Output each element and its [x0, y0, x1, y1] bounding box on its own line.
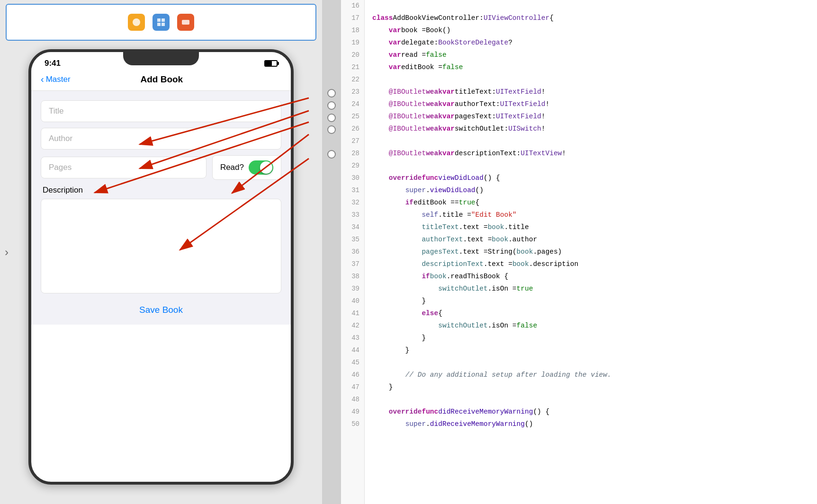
line-num-18: 18 — [341, 25, 364, 37]
connection-circle-description — [327, 150, 336, 159]
code-line-38: if book.readThisBook { — [372, 271, 809, 283]
connection-circle-switch — [327, 125, 336, 134]
back-button[interactable]: ‹ Master — [41, 74, 71, 85]
connection-circle-author — [327, 101, 336, 110]
line-num-36: 36 — [341, 246, 364, 258]
connection-circle-title — [327, 89, 336, 97]
code-line-45 — [372, 357, 809, 369]
svg-rect-3 — [157, 23, 161, 26]
code-line-22 — [372, 74, 809, 86]
nav-bar: ‹ Master Add Book — [31, 70, 291, 91]
description-label: Description — [41, 186, 281, 195]
line-num-28: 28 — [341, 148, 364, 160]
code-line-29 — [372, 160, 809, 172]
line-num-20: 20 — [341, 49, 364, 62]
code-line-35: authorText.text = book.author — [372, 234, 809, 246]
line-numbers: 16 17 18 19 20 21 22 23 24 25 26 27 28 2… — [341, 0, 365, 504]
back-label: Master — [46, 75, 71, 84]
code-line-26: @IBOutlet weak var switchOutlet: UISwitc… — [372, 123, 809, 135]
line-num-44: 44 — [341, 345, 364, 357]
save-button[interactable]: Save Book — [41, 305, 281, 315]
code-line-34: titleText.text = book.title — [372, 221, 809, 234]
code-line-28: @IBOutlet weak var descriptionText: UITe… — [372, 148, 809, 160]
code-line-17: class AddBookViewController: UIViewContr… — [372, 12, 809, 25]
code-line-43: } — [372, 332, 809, 345]
line-num-42: 42 — [341, 320, 364, 332]
code-line-41: else { — [372, 308, 809, 320]
code-line-36: pagesText.text = String(book.pages) — [372, 246, 809, 258]
code-line-33: self.title = "Edit Book" — [372, 209, 809, 221]
title-field[interactable]: Title — [41, 100, 281, 122]
line-num-43: 43 — [341, 332, 364, 345]
left-panel: 9:41 ‹ Master Add Book Title Author Page… — [0, 0, 322, 504]
line-num-25: 25 — [341, 111, 364, 123]
line-num-27: 27 — [341, 135, 364, 148]
connection-circle-pages — [327, 114, 336, 122]
svg-point-0 — [133, 18, 140, 26]
orange-toolbar-icon[interactable] — [177, 14, 194, 31]
line-num-41: 41 — [341, 308, 364, 320]
line-num-35: 35 — [341, 234, 364, 246]
code-line-48 — [372, 394, 809, 406]
toggle-knob — [260, 161, 272, 174]
line-num-24: 24 — [341, 98, 364, 111]
line-num-31: 31 — [341, 185, 364, 197]
line-num-21: 21 — [341, 62, 364, 74]
line-num-47: 47 — [341, 381, 364, 394]
line-num-30: 30 — [341, 172, 364, 185]
code-container: 16 17 18 19 20 21 22 23 24 25 26 27 28 2… — [341, 0, 817, 504]
toolbar — [6, 4, 316, 41]
code-line-42: switchOutlet.isOn = false — [372, 320, 809, 332]
status-icons — [264, 60, 278, 67]
read-toggle-container: Read? — [212, 155, 281, 180]
author-field[interactable]: Author — [41, 128, 281, 150]
read-label: Read? — [220, 163, 244, 172]
code-line-49: override func didReceiveMemoryWarning() … — [372, 406, 809, 418]
line-num-19: 19 — [341, 37, 364, 49]
svg-rect-2 — [162, 18, 165, 22]
code-line-25: @IBOutlet weak var pagesText: UITextFiel… — [372, 111, 809, 123]
read-toggle[interactable] — [249, 160, 273, 175]
iphone-frame: 9:41 ‹ Master Add Book Title Author Page… — [28, 49, 294, 485]
iphone-notch — [123, 52, 199, 65]
code-line-27 — [372, 135, 809, 148]
line-num-26: 26 — [341, 123, 364, 135]
line-num-49: 49 — [341, 406, 364, 418]
pages-read-row: Pages Read? — [41, 155, 281, 180]
code-line-40: } — [372, 295, 809, 308]
code-line-18: var book = Book() — [372, 25, 809, 37]
description-area[interactable] — [41, 199, 281, 293]
line-num-33: 33 — [341, 209, 364, 221]
yellow-toolbar-icon[interactable] — [128, 14, 145, 31]
code-editor: 16 17 18 19 20 21 22 23 24 25 26 27 28 2… — [341, 0, 817, 504]
code-line-37: descriptionText.text = book.description — [372, 258, 809, 271]
code-line-19: var delegate: BookStoreDelegate? — [372, 37, 809, 49]
divider — [322, 0, 341, 504]
blue-toolbar-icon[interactable] — [153, 14, 170, 31]
form-content: Title Author Pages Read? Description Sav… — [31, 91, 291, 325]
nav-title: Add Book — [140, 74, 183, 85]
battery-icon — [264, 60, 278, 67]
code-lines: class AddBookViewController: UIViewContr… — [365, 0, 817, 504]
line-num-22: 22 — [341, 74, 364, 86]
code-line-30: override func viewDidLoad() { — [372, 172, 809, 185]
pages-field[interactable]: Pages — [41, 157, 206, 178]
line-num-23: 23 — [341, 86, 364, 98]
line-num-45: 45 — [341, 357, 364, 369]
back-chevron-icon: ‹ — [41, 74, 44, 85]
line-num-50: 50 — [341, 418, 364, 431]
code-line-31: super.viewDidLoad() — [372, 185, 809, 197]
line-num-39: 39 — [341, 283, 364, 295]
code-line-21: var editBook = false — [372, 62, 809, 74]
code-line-44: } — [372, 345, 809, 357]
code-line-23: @IBOutlet weak var titleText: UITextFiel… — [372, 86, 809, 98]
line-num-40: 40 — [341, 295, 364, 308]
line-num-37: 37 — [341, 258, 364, 271]
code-line-50: super.didReceiveMemoryWarning() — [372, 418, 809, 431]
code-line-39: switchOutlet.isOn = true — [372, 283, 809, 295]
nav-arrow-left[interactable]: › — [5, 246, 9, 259]
svg-rect-4 — [162, 23, 165, 26]
code-line-24: @IBOutlet weak var authorText: UITextFie… — [372, 98, 809, 111]
line-num-16: 16 — [341, 0, 364, 12]
line-num-17: 17 — [341, 12, 364, 25]
